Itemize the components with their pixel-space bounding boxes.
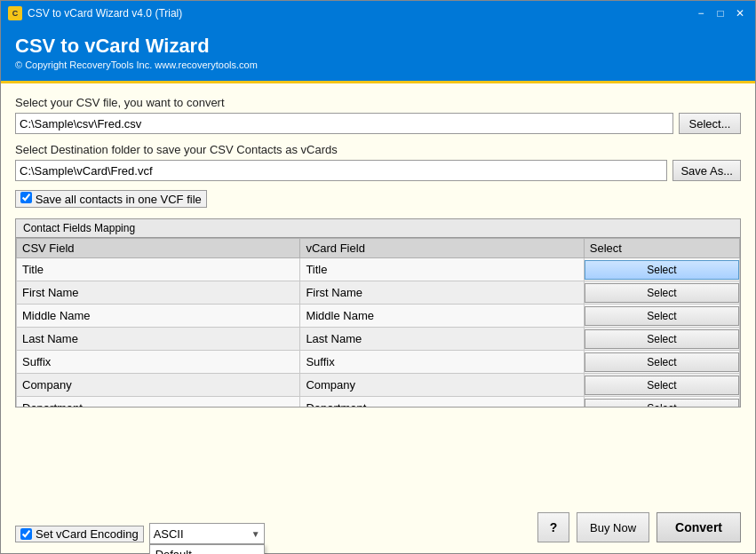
buy-now-button[interactable]: Buy Now [577, 512, 649, 542]
select-field-button[interactable]: Select [585, 283, 739, 303]
encoding-checkbox-label[interactable]: Set vCard Encoding [15, 526, 144, 542]
table-row: TitleTitleSelect [17, 258, 740, 281]
table-row: Last NameLast NameSelect [17, 328, 740, 351]
csv-file-label: Select your CSV file, you want to conver… [15, 96, 741, 109]
save-all-contacts-checkbox[interactable] [20, 192, 32, 203]
encoding-current-value: ASCII [154, 527, 184, 541]
select-cell: Select [584, 305, 739, 328]
app-title: CSV to vCard Wizard [15, 35, 741, 58]
encoding-row: Set vCard Encoding ASCII ▼ Default ASCII… [15, 523, 265, 544]
close-button[interactable]: ✕ [732, 5, 748, 21]
destination-folder-row: Select Destination folder to save your C… [15, 143, 741, 181]
csv-field-cell: Middle Name [17, 305, 300, 328]
csv-select-button[interactable]: Select... [679, 113, 741, 134]
destination-folder-input-row: Save As... [15, 160, 741, 181]
title-left: C CSV to vCard Wizard v4.0 (Trial) [8, 6, 182, 20]
select-field-button[interactable]: Select [585, 352, 739, 372]
destination-folder-label: Select Destination folder to save your C… [15, 143, 741, 156]
title-bar: C CSV to vCard Wizard v4.0 (Trial) − □ ✕ [1, 1, 755, 26]
encoding-label-text: Set vCard Encoding [36, 527, 139, 541]
csv-file-input-row: Select... [15, 113, 741, 134]
select-cell: Select [584, 328, 739, 351]
csv-file-row: Select your CSV file, you want to conver… [15, 96, 741, 134]
vcard-field-cell: Last Name [300, 328, 584, 351]
select-field-button[interactable]: Select [585, 376, 739, 395]
help-button[interactable]: ? [537, 512, 569, 542]
csv-field-cell: Title [17, 258, 300, 281]
mapping-title: Contact Fields Mapping [16, 219, 740, 238]
maximize-button[interactable]: □ [712, 5, 728, 21]
vcard-field-cell: Suffix [300, 351, 584, 374]
table-row: DepartmentDepartmentSelect [17, 397, 740, 408]
encoding-checkbox[interactable] [20, 528, 32, 540]
vcard-field-cell: Middle Name [300, 305, 584, 328]
table-row: SuffixSuffixSelect [17, 351, 740, 374]
select-cell: Select [584, 258, 739, 281]
select-cell: Select [584, 351, 739, 374]
csv-field-cell: Company [17, 374, 300, 397]
save-all-contacts-text: Save all contacts in one VCF file [36, 193, 202, 206]
select-field-button[interactable]: Select [585, 399, 739, 408]
app-icon: C [8, 6, 22, 20]
minimize-button[interactable]: − [693, 5, 709, 21]
vcard-field-cell: Title [300, 258, 584, 281]
csv-field-cell: Department [17, 397, 300, 408]
mapping-section: Contact Fields Mapping CSV Field vCard F… [15, 218, 741, 408]
col-select: Select [584, 239, 739, 258]
select-field-button[interactable]: Select [585, 329, 739, 349]
encoding-option-default[interactable]: Default [150, 545, 264, 554]
mapping-table: CSV Field vCard Field Select TitleTitleS… [16, 238, 740, 407]
convert-button[interactable]: Convert [657, 512, 741, 542]
table-row: CompanyCompanySelect [17, 374, 740, 397]
csv-file-input[interactable] [15, 113, 673, 134]
vcard-field-cell: Department [300, 397, 584, 408]
select-cell: Select [584, 374, 739, 397]
dropdown-arrow-icon: ▼ [251, 529, 260, 539]
csv-field-cell: Suffix [17, 351, 300, 374]
vcard-field-cell: Company [300, 374, 584, 397]
mapping-table-container[interactable]: CSV Field vCard Field Select TitleTitleS… [16, 238, 740, 407]
copyright-text: © Copyright RecoveryTools Inc. www.recov… [15, 59, 741, 70]
save-all-contacts-row: Save all contacts in one VCF file [15, 190, 741, 208]
bottom-area: Set vCard Encoding ASCII ▼ Default ASCII… [1, 514, 755, 553]
action-buttons: ? Buy Now Convert [537, 512, 741, 542]
destination-folder-input[interactable] [15, 160, 667, 181]
select-field-button[interactable]: Select [585, 306, 739, 326]
csv-field-cell: Last Name [17, 328, 300, 351]
encoding-select-display[interactable]: ASCII ▼ [149, 523, 265, 544]
table-row: First NameFirst NameSelect [17, 281, 740, 305]
encoding-dropdown: Default ASCII UTF-8 Unicode UTF-32 UTF-7 [149, 544, 265, 554]
main-window: C CSV to vCard Wizard v4.0 (Trial) − □ ✕… [0, 0, 756, 554]
col-csv-field: CSV Field [17, 239, 300, 258]
mapping-table-header: CSV Field vCard Field Select [17, 239, 740, 258]
select-cell: Select [584, 281, 739, 305]
save-as-button[interactable]: Save As... [672, 160, 741, 181]
select-cell: Select [584, 397, 739, 408]
title-bar-text: CSV to vCard Wizard v4.0 (Trial) [28, 7, 182, 20]
csv-field-cell: First Name [17, 281, 300, 305]
main-content: Select your CSV file, you want to conver… [1, 83, 755, 514]
encoding-dropdown-wrapper: ASCII ▼ Default ASCII UTF-8 Unicode UTF-… [149, 523, 265, 544]
title-bar-controls: − □ ✕ [693, 5, 748, 21]
save-all-contacts-label[interactable]: Save all contacts in one VCF file [15, 190, 207, 208]
vcard-field-cell: First Name [300, 281, 584, 305]
col-vcard-field: vCard Field [300, 239, 584, 258]
header: CSV to vCard Wizard © Copyright Recovery… [1, 26, 755, 83]
select-field-button[interactable]: Select [585, 260, 739, 280]
table-row: Middle NameMiddle NameSelect [17, 305, 740, 328]
